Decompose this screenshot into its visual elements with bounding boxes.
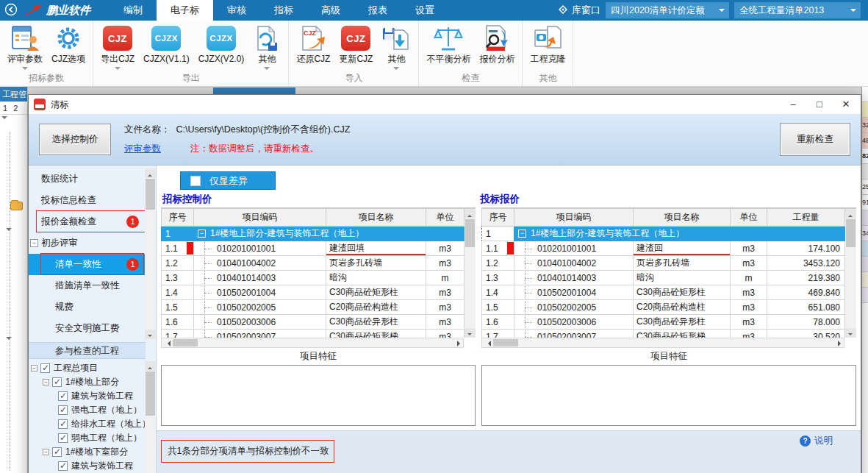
tree-item-weak-electric[interactable]: 弱电工程（地上） [29,431,146,445]
checked-checkbox[interactable] [58,461,68,471]
close-button[interactable]: ✕ [833,95,859,114]
cjzx-v20-button[interactable]: CJZX CJZX(V2.0) [194,21,249,71]
scroll-right-arrow[interactable] [453,338,463,347]
checked-checkbox[interactable] [58,391,68,401]
scroll-up-arrow[interactable] [145,168,156,178]
nav-item-data-statistics[interactable]: 数据统计 [29,168,146,190]
project-clone-button[interactable]: 工程克隆 [526,21,570,71]
table-row[interactable]: 1.7010502003007 C30商品砼矩形梯m3 [162,330,465,338]
minimize-button[interactable]: – [780,95,806,114]
table-row[interactable]: 1.6010502003006 C30商品砼异形柱m3 [162,315,465,330]
tree-item-arch-decoration[interactable]: 建筑与装饰工程 [29,389,146,403]
scroll-up-arrow[interactable] [465,209,476,218]
restore-cjz-button[interactable]: CJZ 还原CJZ [292,21,334,71]
tree-expander-icon[interactable] [198,230,206,238]
tree-item-building1-basement[interactable]: 1#楼地下室部分 [29,445,146,459]
checked-checkbox[interactable] [40,363,50,373]
column-header[interactable]: 项目编码 [194,209,326,227]
column-header[interactable]: 序号 [482,209,514,227]
table-row-group[interactable]: 1 1#楼地上部分-建筑与装饰工程（地上） [482,227,845,241]
help-link[interactable]: 说明 [800,435,833,447]
tree-item-arch-decoration[interactable]: 建筑与装饰工程 [29,459,146,473]
tree-scrollbar[interactable] [145,361,156,473]
tree-item-plumbing[interactable]: 给排水工程（地上） [29,417,146,431]
review-params-link[interactable]: 评审参数 [124,143,161,155]
maximize-button[interactable]: □ [806,95,833,114]
tree-expander-icon[interactable] [43,379,49,385]
checked-checkbox[interactable] [58,419,68,429]
checked-checkbox[interactable] [58,405,68,415]
scroll-down-arrow[interactable] [845,328,856,338]
export-other-button[interactable]: 其他 [248,21,285,71]
sidebar-scrollbar[interactable] [145,168,156,339]
table-row[interactable]: 1.4010502001004 C30商品砼矩形柱m3 [162,285,465,300]
tree-expander-icon[interactable] [518,230,526,238]
tree-item-building1-above[interactable]: 1#楼地上部分 [29,375,146,389]
pricing-standard-dropdown[interactable]: 四川2020清单计价定额 [606,2,729,18]
checked-checkbox[interactable] [58,433,68,443]
scroll-down-arrow[interactable] [465,328,476,338]
chevron-down-icon[interactable] [6,228,12,235]
table-row[interactable]: 1.5010502002005 C20商品砼构造柱m3 651.080 [482,300,845,315]
table-row-group[interactable]: 1 1#楼地上部分-建筑与装饰工程（地上） [162,227,465,241]
update-cjz-button[interactable]: CJZ 更新CJZ [334,21,377,71]
quantity-list-dropdown[interactable]: 全统工程量清单2013 [734,2,861,18]
scrollbar-thumb[interactable] [846,219,856,247]
menu-item-baobiao[interactable]: 报表 [354,0,401,21]
chevron-down-icon[interactable] [6,337,12,344]
scroll-up-arrow[interactable] [145,361,156,371]
cjz-options-button[interactable]: CJZ选项 [47,21,90,71]
collapse-expander-icon[interactable] [30,239,38,247]
menu-item-gaoji[interactable]: 高级 [307,0,354,21]
menu-item-bianzhi[interactable]: 编制 [110,0,157,21]
tree-expander-icon[interactable] [43,449,49,455]
scroll-down-arrow[interactable] [145,330,156,339]
scroll-left-arrow[interactable] [482,338,492,347]
checked-checkbox[interactable] [52,377,62,387]
unbalanced-analysis-button[interactable]: 不平衡分析 [422,21,475,71]
nav-item-safety-fee[interactable]: 安全文明施工费 [29,318,146,339]
table-row[interactable]: 1.2010401004002 页岩多孔砖墙m3 [162,256,465,271]
nav-item-bid-info-check[interactable]: 投标信息检查 [29,190,146,211]
table-row[interactable]: 1.1 010201001001 建渣回填 m3 [162,241,465,256]
scroll-up-arrow[interactable] [845,209,856,218]
select-control-price-button[interactable]: 选择控制价 [39,124,111,155]
library-window-toggle[interactable]: 库窗口 [557,4,600,18]
feature-textbox-right[interactable] [481,365,856,426]
nav-item-quote-amount-check[interactable]: 报价金额检查 1 [29,211,146,232]
back-button[interactable] [0,0,22,21]
column-header[interactable]: 项目名称 [326,209,426,227]
chevron-down-icon[interactable] [1,116,8,123]
table-row[interactable]: 1.2010401004002 页岩多孔砖墙m3 3453.120 [482,256,845,271]
menu-item-shezhi[interactable]: 设置 [401,0,448,21]
scroll-left-arrow[interactable] [162,338,172,347]
import-other-button[interactable]: 其他 [377,21,415,71]
table-row[interactable]: 1.7010502003007 C30商品砼矩形梯m3 30.520 [482,330,845,338]
table-row[interactable]: 1.3010401014003 暗沟m 219.380 [482,271,845,285]
scrollbar-thumb[interactable] [493,339,518,346]
nav-item-preliminary-review[interactable]: 初步评审 [29,232,146,254]
table-horizontal-scrollbar[interactable] [161,338,464,348]
table-row[interactable]: 1.4010502001004 C30商品砼矩形柱m3 469.840 [482,285,845,300]
scrollbar-thumb[interactable] [146,371,155,416]
unchecked-checkbox[interactable] [190,176,201,186]
tree-item-project-total[interactable]: 工程总项目 [29,361,146,375]
column-header[interactable]: 项目名称 [634,209,731,227]
table-row[interactable]: 1.1 010201001001 建渣回 m3 174.100 [482,241,845,256]
column-header[interactable]: 项目编码 [514,209,634,227]
table-row[interactable]: 1.3010401014003 暗沟m [162,271,465,285]
export-cjz-button[interactable]: CJZ 导出CJZ [96,21,139,71]
scrollbar-thumb[interactable] [465,219,475,247]
cjzx-v11-button[interactable]: CJZX CJZX(V1.1) [139,21,194,71]
nav-item-fees[interactable]: 规费 [29,296,146,318]
nav-item-list-consistency[interactable]: 清单一致性 1 [29,254,146,275]
menu-item-shenhe[interactable]: 审核 [213,0,260,21]
quote-analysis-button[interactable]: 报价分析 [475,21,519,71]
column-header[interactable]: 单位 [426,209,465,227]
panel-tab-1[interactable]: 1 [3,104,7,113]
column-header[interactable]: 序号 [162,209,194,227]
table-vertical-scrollbar[interactable] [845,208,856,338]
scrollbar-thumb[interactable] [146,179,155,210]
menu-item-dianzibiao[interactable]: 电子标 [157,0,213,21]
folder-icon[interactable] [10,202,23,210]
